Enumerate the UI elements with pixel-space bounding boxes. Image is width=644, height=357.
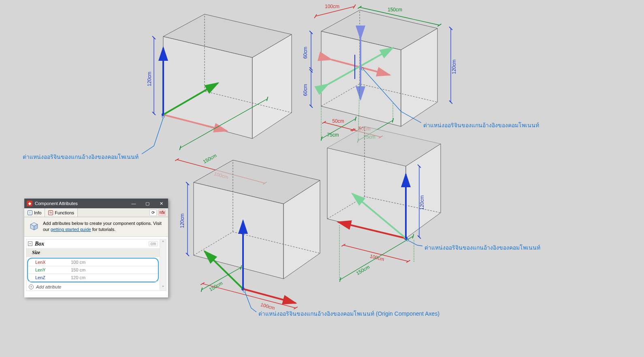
attr-leny-label: LenY [28, 266, 68, 274]
attr-leny-value[interactable]: 150 cm [68, 266, 158, 274]
panel-body: – Box cm Size LenX 100 cm LenY 150 cm Le… [24, 237, 168, 297]
annotation-bottom-center: ต่าแหน่งออริจินของแกนอ้างอิงของคอมโพเนนท… [258, 309, 439, 318]
attr-lenx-label: LenX [28, 259, 68, 266]
panel-tabs: i Info fx Functions ⟳ =fx [24, 208, 168, 217]
svg-text:60cm: 60cm [303, 84, 308, 96]
scrollbar[interactable]: ˄ ˅ [160, 239, 166, 291]
svg-text:150cm: 150cm [208, 280, 224, 292]
panel-titlebar[interactable]: ◆ Component Attributes — ▢ ✕ [24, 199, 168, 208]
maximize-button[interactable]: ▢ [141, 199, 154, 208]
svg-text:120cm: 120cm [179, 214, 185, 228]
tab-functions[interactable]: fx Functions [45, 208, 78, 217]
getting-started-link[interactable]: getting started guide [51, 227, 91, 232]
component-attributes-panel: ◆ Component Attributes — ▢ ✕ i Info fx F… [24, 199, 168, 297]
component-cube-icon [28, 220, 40, 232]
info-icon: i [28, 210, 32, 215]
annotation-top-right: ต่าแหน่งออริจินของแกนอ้างอิงของคอมโพเนนท… [423, 121, 539, 130]
size-attr-group: LenX 100 cm LenY 150 cm LenZ 120 cm [27, 258, 159, 282]
svg-text:100cm: 100cm [325, 4, 339, 9]
close-button[interactable]: ✕ [154, 199, 168, 208]
collapse-toggle-icon[interactable]: – [28, 242, 32, 246]
component-header[interactable]: – Box cm [26, 239, 160, 249]
attr-row-lenz[interactable]: LenZ 120 cm [28, 274, 158, 282]
diagram-canvas: 120cm 100cm 150cm 100cm 150cm 120cm [0, 0, 644, 357]
attr-row-lenx[interactable]: LenX 100 cm [28, 259, 158, 266]
svg-text:50cm: 50cm [332, 118, 344, 124]
attr-lenz-label: LenZ [28, 274, 68, 281]
svg-text:75cm: 75cm [327, 132, 339, 138]
attribute-tree: – Box cm Size LenX 100 cm LenY 150 cm Le… [26, 239, 160, 291]
panel-title: Component Attributes [35, 201, 78, 206]
refresh-button[interactable]: ⟳ [149, 209, 157, 216]
box-top-left: 120cm 100cm 150cm [142, 14, 292, 183]
attr-lenx-value[interactable]: 100 cm [68, 259, 158, 266]
annotation-top-left: ต่าแหน่งออริจินของแกนอ้างอิงของคอมโพเนนท… [23, 152, 139, 161]
unit-label[interactable]: cm [149, 241, 158, 246]
add-attribute-row[interactable]: + Add attribute [26, 283, 160, 291]
add-icon: + [29, 284, 34, 289]
svg-text:120cm: 120cm [419, 195, 425, 210]
box-bottom-right: 120cm 100cm 150cm [327, 126, 441, 280]
attr-row-leny[interactable]: LenY 150 cm [28, 266, 158, 274]
svg-text:120cm: 120cm [451, 60, 457, 74]
minimize-button[interactable]: — [127, 199, 141, 208]
scroll-up-icon[interactable]: ˄ [162, 240, 164, 245]
size-header: Size [26, 249, 160, 257]
scroll-down-icon[interactable]: ˅ [162, 285, 164, 290]
sketchup-icon: ◆ [27, 201, 32, 206]
add-attribute-label: Add attribute [36, 284, 61, 289]
attr-lenz-value[interactable]: 120 cm [68, 274, 158, 281]
svg-text:120cm: 120cm [147, 72, 152, 86]
svg-line-73 [340, 236, 413, 280]
fx-icon: fx [48, 210, 53, 215]
box-bottom-left: 120cm 100cm 150cm [179, 160, 320, 312]
annotation-bottom-right: ต่าแหน่งออริจินของแกนอ้างอิงของคอมโพเนนท… [424, 243, 540, 252]
svg-text:150cm: 150cm [202, 153, 218, 165]
panel-hint: Add attributes below to create your comp… [24, 217, 168, 237]
tab-info-label: Info [34, 210, 41, 215]
tab-info[interactable]: i Info [24, 208, 45, 217]
toggle-formula-button[interactable]: =fx [158, 209, 166, 216]
hint-suffix: for tutorials. [92, 227, 115, 232]
component-name: Box [35, 241, 44, 247]
svg-text:60cm: 60cm [303, 47, 308, 58]
tab-functions-label: Functions [55, 210, 74, 215]
svg-text:150cm: 150cm [388, 7, 402, 13]
svg-point-60 [243, 290, 245, 292]
